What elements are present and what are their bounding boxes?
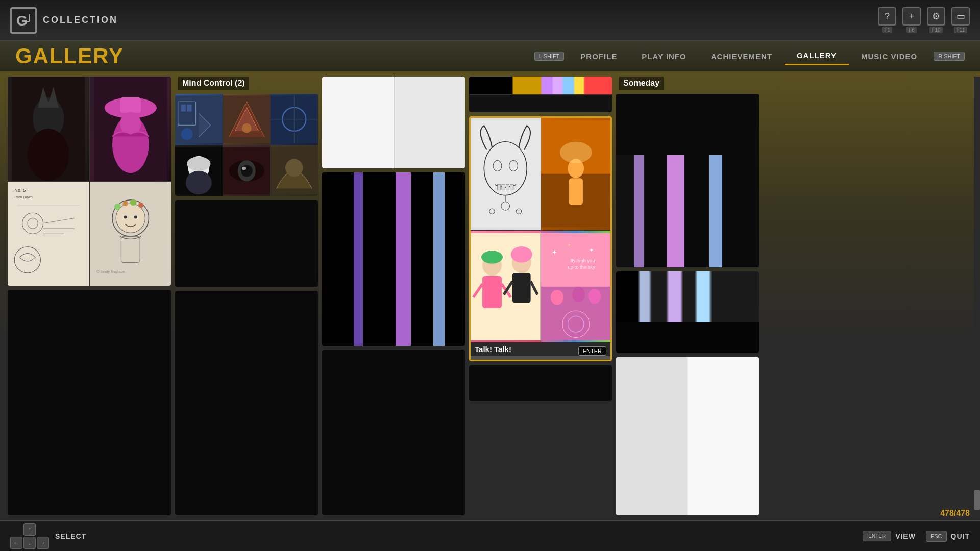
down-key[interactable]: ↓ bbox=[23, 537, 36, 549]
someday-artwork: No. 5 Paro Down bbox=[8, 77, 171, 286]
stop-quad-6 bbox=[271, 145, 318, 196]
art-sketch2: © lonely fireplace bbox=[90, 182, 172, 286]
settings-button[interactable]: ⚙ F10 bbox=[927, 7, 945, 33]
main-content: No. 5 Paro Down bbox=[0, 71, 980, 520]
mind-control-header: Mind Control (2) bbox=[175, 77, 318, 90]
right-key[interactable]: → bbox=[37, 537, 49, 549]
left-key[interactable]: ← bbox=[10, 537, 22, 549]
f10-key: F10 bbox=[929, 27, 942, 33]
view-label: VIEW bbox=[895, 532, 916, 540]
svg-rect-104 bbox=[634, 155, 644, 267]
svg-point-6 bbox=[28, 129, 69, 181]
svg-rect-65 bbox=[498, 185, 501, 190]
dpad-area: ↑ ← ↓ → bbox=[10, 523, 49, 549]
gallery-item-black-3[interactable] bbox=[322, 350, 465, 515]
up-key[interactable]: ↑ bbox=[23, 523, 36, 536]
streetlight-artwork bbox=[322, 77, 465, 168]
gallery-item-zet-white[interactable] bbox=[616, 357, 759, 515]
tab-gallery[interactable]: GALLERY bbox=[785, 47, 849, 65]
svg-point-39 bbox=[242, 123, 252, 133]
svg-rect-106 bbox=[667, 155, 684, 267]
enter-badge-text: ENTER bbox=[583, 348, 602, 354]
power-icon: ▭ bbox=[951, 7, 970, 26]
svg-rect-102 bbox=[616, 94, 759, 155]
tt-quad-1 bbox=[471, 118, 541, 230]
gallery-item-talktalk[interactable]: ✦ ✦ ✦ fly high you up to the sky bbox=[469, 116, 612, 361]
svg-rect-55 bbox=[354, 172, 363, 346]
svg-text:© lonely fireplace: © lonely fireplace bbox=[96, 269, 125, 273]
zet-half-r bbox=[688, 357, 759, 515]
tab-profile[interactable]: PROFILE bbox=[568, 48, 629, 65]
svg-rect-68 bbox=[510, 185, 513, 190]
svg-rect-59 bbox=[433, 172, 445, 346]
enter-badge: ENTER bbox=[578, 346, 606, 356]
f11-key: F11 bbox=[954, 27, 967, 33]
gallery-item-zet3[interactable]: ZET (3) bbox=[175, 200, 318, 287]
gallery-col-2: Mind Control (2) bbox=[175, 77, 318, 515]
talktalk-artwork: ✦ ✦ ✦ fly high you up to the sky bbox=[471, 118, 610, 342]
select-label: SELECT bbox=[55, 532, 86, 540]
tab-play-info[interactable]: PLAY INFO bbox=[629, 48, 698, 65]
tab-music-video[interactable]: MUSIC VIDEO bbox=[849, 48, 929, 65]
svg-rect-67 bbox=[506, 185, 509, 190]
sl-left bbox=[322, 77, 394, 168]
logo-icon: G bbox=[10, 7, 37, 34]
top-right-icons: ? F1 + F6 ⚙ F10 ▭ F11 bbox=[878, 7, 970, 33]
gallery-item-zet2[interactable]: ZET (2) bbox=[322, 172, 465, 346]
svg-rect-108 bbox=[709, 155, 722, 267]
power-button[interactable]: ▭ F11 bbox=[951, 7, 970, 33]
esc-key[interactable]: ESC bbox=[926, 531, 947, 542]
gallery-item-black-2[interactable] bbox=[175, 291, 318, 515]
dpad-row: ← ↓ → bbox=[10, 537, 49, 549]
gallery-item-stop[interactable]: STOP bbox=[175, 94, 318, 196]
gallery-item-streetlight[interactable]: Streetlight bbox=[322, 77, 465, 168]
gallery-item-someday[interactable]: No. 5 Paro Down bbox=[8, 77, 171, 286]
bottom-left: ↑ ← ↓ → SELECT bbox=[10, 523, 86, 549]
svg-point-95 bbox=[572, 287, 584, 302]
gallery-col-1: No. 5 Paro Down bbox=[8, 77, 171, 515]
stop-quad-1 bbox=[175, 94, 223, 145]
svg-point-50 bbox=[242, 166, 246, 170]
tt-quad-4: ✦ ✦ ✦ fly high you up to the sky bbox=[541, 231, 611, 343]
svg-point-49 bbox=[240, 165, 252, 177]
gallery-item-black-1[interactable] bbox=[8, 290, 171, 515]
sl-right bbox=[394, 77, 465, 168]
someday-r-artwork bbox=[616, 94, 759, 267]
scrollbar-track[interactable] bbox=[974, 77, 980, 515]
someday-r-header: Someday bbox=[616, 77, 759, 90]
bottom-right: ENTER VIEW ESC QUIT bbox=[863, 531, 970, 542]
gallery-col-3: Streetlight bbox=[322, 77, 465, 515]
svg-point-28 bbox=[138, 202, 143, 207]
svg-point-77 bbox=[559, 142, 592, 163]
tt-quad-3 bbox=[471, 231, 541, 343]
svg-text:up to the sky: up to the sky bbox=[568, 264, 595, 270]
view-enter-key[interactable]: ENTER bbox=[863, 531, 891, 541]
tab-achievement[interactable]: ACHIEVEMENT bbox=[699, 48, 785, 65]
svg-rect-76 bbox=[569, 178, 582, 205]
gallery-col-5: Someday bbox=[616, 77, 759, 515]
lshift-key: L SHIFT bbox=[534, 52, 565, 61]
svg-point-94 bbox=[550, 290, 563, 305]
svg-rect-35 bbox=[181, 105, 186, 112]
art-sketch: No. 5 Paro Down bbox=[8, 182, 89, 286]
svg-text:No. 5: No. 5 bbox=[14, 188, 26, 193]
gallery-item-zet-r[interactable]: ZET bbox=[616, 271, 759, 353]
gallery-item-someday-r[interactable] bbox=[616, 94, 759, 267]
count-display: 478/478 bbox=[940, 509, 970, 517]
svg-text:fly high you: fly high you bbox=[570, 258, 595, 263]
someday-r-label: Someday bbox=[619, 77, 664, 90]
add-button[interactable]: + F6 bbox=[902, 7, 921, 33]
zet2-artwork bbox=[322, 172, 465, 346]
gallery-item-my-jealousy[interactable]: My Jealousy (2) bbox=[469, 77, 612, 112]
scrollbar-thumb bbox=[974, 490, 980, 510]
svg-rect-57 bbox=[396, 172, 411, 346]
help-button[interactable]: ? F1 bbox=[878, 7, 896, 33]
svg-text:G: G bbox=[16, 13, 28, 29]
gallery-columns: No. 5 Paro Down bbox=[0, 77, 974, 515]
svg-rect-107 bbox=[685, 155, 708, 267]
settings-icon: ⚙ bbox=[927, 7, 945, 26]
svg-point-37 bbox=[181, 128, 193, 140]
gallery-item-black-4[interactable] bbox=[469, 365, 612, 401]
quit-label: QUIT bbox=[951, 532, 970, 540]
svg-rect-56 bbox=[364, 172, 395, 346]
